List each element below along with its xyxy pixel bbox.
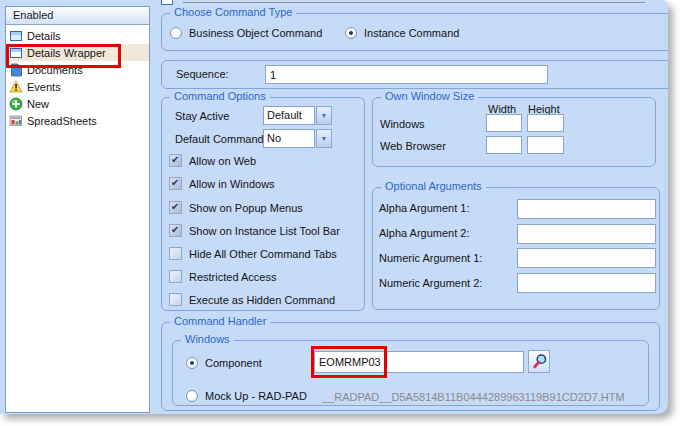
component-lookup-button[interactable] [528,350,550,373]
sidebar-item-label: Events [27,81,61,93]
sidebar: Enabled Details Details Wrapper Document… [5,6,150,413]
web-browser-row-label: Web Browser [380,140,446,152]
checkbox-allow-on-web[interactable] [169,154,182,167]
cutoff-text-fragment [183,2,645,3]
mock-up-file-name: __RADPAD__D5A5814B11B0444289963119B91CD2… [322,391,625,403]
group-title: Windows [181,333,234,345]
checkbox-label: Allow on Web [189,155,256,167]
app-window: Enabled Details Details Wrapper Document… [0,0,668,414]
checkbox-show-on-popup-menus[interactable] [169,201,182,214]
numeric-argument-1-input[interactable] [517,248,656,268]
sidebar-header: Enabled [6,7,149,25]
sidebar-item-label: Documents [27,64,83,76]
alpha-argument-1-input[interactable] [517,199,656,219]
radio-label: Business Object Command [189,27,322,39]
radio-mock-up-rad-pad[interactable] [186,390,198,402]
mock-up-label: Mock Up - RAD-PAD [205,390,307,402]
group-title: Optional Arguments [381,180,486,192]
window-icon [9,46,23,60]
default-command-dropdown[interactable]: No ▼ [263,129,332,148]
default-command-label: Default Command [175,133,264,145]
alpha-argument-1-label: Alpha Argument 1: [379,202,470,214]
warning-icon [9,80,23,94]
checkbox-label: Show on Popup Menus [189,202,303,214]
dropdown-value: No [263,129,315,148]
windows-height-input[interactable] [527,114,564,132]
sidebar-item-label: New [27,98,49,110]
checkbox-label: Execute as Hidden Command [189,294,335,306]
sidebar-item-details-wrapper[interactable]: Details Wrapper [6,44,149,61]
web-browser-width-input[interactable] [486,136,522,154]
windows-width-input[interactable] [486,114,522,132]
group-title: Own Window Size [381,90,478,102]
stay-active-label: Stay Active [175,110,229,122]
checkbox-label: Allow in Windows [189,178,275,190]
sidebar-item-events[interactable]: Events [6,78,149,95]
checkbox-hide-all-other-command-tabs[interactable] [169,247,182,260]
checkbox-show-on-instance-list-tool-bar[interactable] [169,224,182,237]
radio-component[interactable] [186,357,198,369]
checkbox-allow-in-windows[interactable] [169,177,182,190]
sidebar-item-label: Details Wrapper [27,47,106,59]
component-input[interactable] [314,351,524,373]
stay-active-dropdown[interactable]: Default ▼ [263,106,332,125]
sidebar-item-new[interactable]: New [6,95,149,112]
group-title: Command Options [170,90,270,102]
sidebar-item-label: Details [27,30,61,42]
dropdown-value: Default [263,106,315,125]
numeric-argument-2-input[interactable] [517,273,656,293]
radio-business-object-command[interactable] [170,27,182,39]
radio-instance-command[interactable] [345,27,357,39]
checkbox-label: Show on Instance List Tool Bar [189,225,340,237]
sidebar-item-documents[interactable]: Documents [6,61,149,78]
component-label: Component [205,357,262,369]
windows-row-label: Windows [380,118,425,130]
cutoff-checkbox-icon [161,0,173,5]
document-icon [9,63,23,77]
numeric-argument-1-label: Numeric Argument 1: [379,252,482,264]
radio-label: Instance Command [364,27,459,39]
group-title: Choose Command Type [170,6,296,18]
checkbox-label: Restricted Access [189,271,276,283]
window-icon [9,29,23,43]
chevron-down-icon[interactable]: ▼ [316,129,332,148]
alpha-argument-2-input[interactable] [517,224,656,244]
sequence-label: Sequence: [176,68,229,80]
screen: Enabled Details Details Wrapper Document… [0,0,684,426]
web-browser-height-input[interactable] [527,136,564,154]
checkbox-restricted-access[interactable] [169,270,182,283]
numeric-argument-2-label: Numeric Argument 2: [379,277,482,289]
sidebar-item-label: SpreadSheets [27,115,97,127]
checkbox-execute-as-hidden-command[interactable] [169,293,182,306]
search-icon [531,353,548,370]
add-icon [9,97,23,111]
spreadsheet-icon [9,114,23,128]
checkbox-label: Hide All Other Command Tabs [189,248,337,260]
sequence-input[interactable] [265,65,548,84]
group-title: Command Handler [170,315,270,327]
chevron-down-icon[interactable]: ▼ [316,106,332,125]
sidebar-item-details[interactable]: Details [6,27,149,44]
alpha-argument-2-label: Alpha Argument 2: [379,227,470,239]
sidebar-item-spreadsheets[interactable]: SpreadSheets [6,112,149,129]
